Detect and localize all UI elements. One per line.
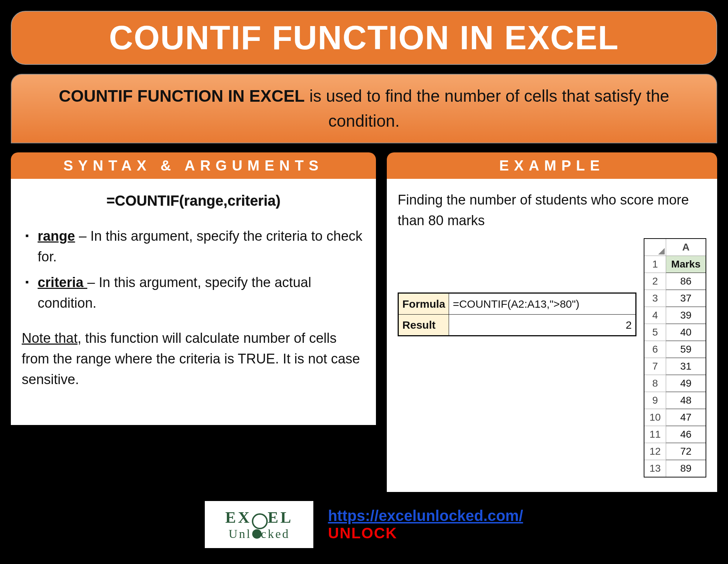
table-row: 1272 (644, 443, 706, 460)
row-number: 13 (644, 460, 666, 477)
example-column: EXAMPLE Finding the number of students w… (387, 152, 717, 492)
marks-header-cell: Marks (666, 256, 706, 273)
row-number: 2 (644, 273, 666, 290)
note-label: Note that (22, 331, 77, 346)
marks-cell: 46 (666, 426, 706, 443)
formula-result-table: Formula =COUNTIF(A2:A13,">80") Result 2 (398, 292, 636, 336)
example-body: Finding the number of students who score… (387, 179, 717, 492)
row-number: 5 (644, 324, 666, 341)
logo: EXEL Unlcked (205, 501, 313, 548)
table-row: 439 (644, 307, 706, 324)
marks-table: A 1Marks 286 337 439 540 659 731 849 948… (644, 238, 706, 477)
title-banner: COUNTIF FUNCTION IN EXCEL (11, 11, 717, 65)
description-text: is used to find the number of cells that… (305, 87, 669, 130)
example-header: EXAMPLE (387, 152, 717, 179)
example-description: Finding the number of students who score… (398, 190, 706, 231)
footer-text: https://excelunlocked.com/ UNLOCK (328, 507, 523, 542)
argument-text: range – In this argument, specify the cr… (38, 226, 365, 267)
row-number: 3 (644, 290, 666, 307)
bullet-icon: ▪ (25, 226, 29, 267)
argument-list: ▪ range – In this argument, specify the … (22, 226, 365, 313)
argument-name: range (38, 228, 75, 244)
table-row: 1389 (644, 460, 706, 477)
bullet-icon: ▪ (25, 272, 29, 313)
column-letter: A (666, 239, 706, 256)
row-number: 10 (644, 409, 666, 426)
table-row: 1146 (644, 426, 706, 443)
row-number: 1 (644, 256, 666, 273)
syntax-column: SYNTAX & ARGUMENTS =COUNTIF(range,criter… (11, 152, 376, 492)
table-row: 540 (644, 324, 706, 341)
example-formula-box: Formula =COUNTIF(A2:A13,">80") Result 2 (398, 238, 636, 336)
table-row: 849 (644, 375, 706, 392)
result-value-cell: 2 (449, 315, 636, 336)
row-number: 4 (644, 307, 666, 324)
logo-line1: EXEL (225, 508, 293, 527)
table-row: 337 (644, 290, 706, 307)
row-number: 12 (644, 443, 666, 460)
marks-cell: 39 (666, 307, 706, 324)
marks-cell: 31 (666, 358, 706, 375)
row-number: 8 (644, 375, 666, 392)
table-row: 948 (644, 392, 706, 409)
marks-cell: 40 (666, 324, 706, 341)
row-number: 11 (644, 426, 666, 443)
table-corner (644, 239, 666, 256)
argument-text: criteria – In this argument, specify the… (38, 272, 365, 313)
marks-cell: 47 (666, 409, 706, 426)
example-wrap: Formula =COUNTIF(A2:A13,">80") Result 2 (398, 238, 706, 477)
syntax-header: SYNTAX & ARGUMENTS (11, 152, 376, 179)
columns: SYNTAX & ARGUMENTS =COUNTIF(range,criter… (11, 152, 717, 492)
result-label-cell: Result (398, 315, 449, 336)
formula-label-cell: Formula (398, 293, 449, 315)
marks-cell: 72 (666, 443, 706, 460)
marks-cell: 59 (666, 341, 706, 358)
table-row: Formula =COUNTIF(A2:A13,">80") (398, 293, 636, 315)
footer-unlock-text: UNLOCK (328, 525, 397, 542)
description-banner: COUNTIF FUNCTION IN EXCEL is used to fin… (11, 74, 717, 143)
page-title: COUNTIF FUNCTION IN EXCEL (26, 19, 702, 57)
note-text: Note that, this function will calculate … (22, 328, 365, 390)
marks-cell: 86 (666, 273, 706, 290)
row-number: 7 (644, 358, 666, 375)
footer-url-link[interactable]: https://excelunlocked.com/ (328, 507, 523, 524)
infographic-container: COUNTIF FUNCTION IN EXCEL COUNTIF FUNCTI… (11, 11, 717, 548)
logo-key-icon (252, 529, 262, 539)
argument-item: ▪ range – In this argument, specify the … (25, 226, 365, 267)
table-row: 1047 (644, 409, 706, 426)
argument-desc: – In this argument, specify the criteria… (38, 228, 363, 264)
argument-name: criteria (38, 275, 87, 290)
syntax-formula: =COUNTIF(range,criteria) (22, 190, 365, 211)
marks-table-wrap: A 1Marks 286 337 439 540 659 731 849 948… (644, 238, 706, 477)
table-row: 1Marks (644, 256, 706, 273)
row-number: 6 (644, 341, 666, 358)
table-row: 731 (644, 358, 706, 375)
row-number: 9 (644, 392, 666, 409)
logo-line2: Unlcked (229, 527, 290, 541)
marks-cell: 49 (666, 375, 706, 392)
argument-item: ▪ criteria – In this argument, specify t… (25, 272, 365, 313)
marks-cell: 37 (666, 290, 706, 307)
table-row: 659 (644, 341, 706, 358)
table-row: A (644, 239, 706, 256)
marks-cell: 89 (666, 460, 706, 477)
table-row: Result 2 (398, 315, 636, 336)
marks-cell: 48 (666, 392, 706, 409)
footer: EXEL Unlcked https://excelunlocked.com/ … (11, 501, 717, 548)
formula-value-cell: =COUNTIF(A2:A13,">80") (449, 293, 636, 315)
description-bold: COUNTIF FUNCTION IN EXCEL (59, 87, 305, 105)
syntax-body: =COUNTIF(range,criteria) ▪ range – In th… (11, 179, 376, 425)
table-row: 286 (644, 273, 706, 290)
